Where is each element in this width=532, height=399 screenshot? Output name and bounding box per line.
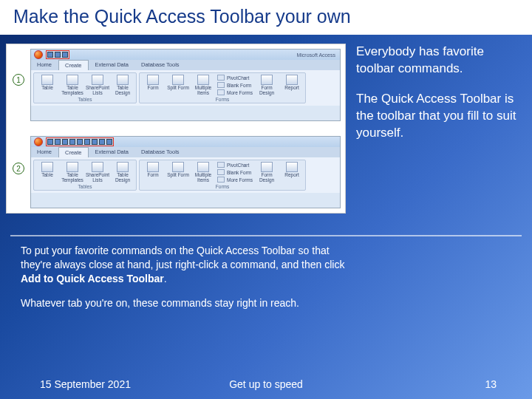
- formdesign-icon: [261, 162, 273, 172]
- qat-icon: [62, 139, 68, 145]
- ribbon-groups: Table Table Templates SharePoint Lists T…: [31, 157, 340, 193]
- qat-icon: [47, 139, 53, 145]
- app-title: Microsoft Access: [296, 52, 337, 58]
- formdesign-icon: [261, 75, 273, 85]
- qat-icon: [99, 139, 105, 145]
- qat-icon: [55, 52, 61, 58]
- callout-2: 2: [13, 163, 24, 174]
- cmd-label: Blank Form: [227, 170, 251, 175]
- cmd-table: Table: [36, 162, 58, 183]
- tab-home: Home: [31, 60, 58, 70]
- titlebar: Microsoft Access: [31, 50, 340, 60]
- tab-external: External Data: [89, 60, 134, 70]
- quick-access-toolbar-expanded: [47, 139, 112, 145]
- cmd-label: SharePoint Lists: [86, 86, 109, 95]
- tab-strip: Home Create External Data Database Tools: [31, 60, 340, 70]
- cmd-label: Table Design: [112, 173, 134, 183]
- cmd-label: Multiple Items: [192, 86, 214, 95]
- cmd-sharepoint: SharePoint Lists: [86, 162, 109, 183]
- cmd-label: PivotChart: [227, 75, 249, 81]
- side-text: Everybody has favorite toolbar commands.…: [356, 44, 517, 214]
- slide-title: Make the Quick Access Toolbar your own: [0, 0, 532, 35]
- footer-page-number: 13: [485, 378, 497, 390]
- table-icon: [41, 162, 53, 172]
- multi-icon: [197, 162, 209, 172]
- footer-date: 15 September 2021: [40, 378, 131, 390]
- quick-access-toolbar: [47, 52, 68, 58]
- blank-icon: [217, 169, 225, 175]
- group-name: Tables: [36, 97, 134, 102]
- split-icon: [172, 75, 184, 85]
- cmd-label: Table Templates: [61, 173, 83, 183]
- cmd-report: Report: [281, 162, 303, 183]
- cmd-table-design: Table Design: [112, 162, 134, 183]
- cmd-label: Form Design: [256, 173, 278, 183]
- split-icon: [172, 162, 184, 172]
- lower-paragraph-2: Whatever tab you're on, these commands s…: [21, 296, 361, 310]
- qat-icon: [47, 52, 53, 58]
- qat-icon: [55, 139, 61, 145]
- form-icon: [147, 162, 159, 172]
- forms-mini-col: PivotChart Blank Form More Forms: [217, 162, 253, 183]
- cmd-table: Table: [36, 75, 58, 95]
- text-span: To put your favorite commands on the Qui…: [21, 245, 344, 270]
- titlebar: [31, 137, 340, 147]
- group-name: Forms: [142, 97, 303, 102]
- bold-command: Add to Quick Access Toolbar: [21, 273, 164, 284]
- multi-icon: [197, 75, 209, 85]
- cmd-label: SharePoint Lists: [86, 173, 109, 183]
- group-forms: Form Split Form Multiple Items PivotChar…: [139, 72, 306, 103]
- cmd-multi: Multiple Items: [192, 75, 214, 95]
- tab-dbtools: Database Tools: [135, 60, 185, 70]
- group-name: Forms: [142, 184, 303, 189]
- cmd-multi: Multiple Items: [192, 162, 214, 183]
- access-screenshot: 1 Microsoft Access Home Create External …: [6, 44, 346, 214]
- qat-icon: [77, 139, 83, 145]
- cmd-label: Report: [284, 86, 299, 91]
- cmd-label: Form: [147, 86, 158, 91]
- pivot-icon: [217, 162, 225, 168]
- table-icon: [41, 75, 53, 85]
- cmd-label: Form Design: [256, 86, 278, 95]
- cmd-label: Form: [147, 173, 158, 178]
- sharepoint-icon: [92, 75, 103, 85]
- cmd-form: Form: [142, 75, 164, 95]
- divider-line: [10, 235, 522, 236]
- office-button-icon: [34, 137, 43, 146]
- cmd-label: Multiple Items: [192, 173, 214, 183]
- main-row: 1 Microsoft Access Home Create External …: [0, 35, 532, 214]
- cmd-sharepoint: SharePoint Lists: [86, 75, 109, 95]
- cmd-split: Split Form: [167, 75, 189, 95]
- form-icon: [147, 75, 159, 85]
- screenshot-column: 1 Microsoft Access Home Create External …: [6, 44, 346, 214]
- tab-create: Create: [58, 147, 89, 157]
- footer-title: Get up to speed: [229, 378, 303, 390]
- cmd-form: Form: [142, 162, 164, 183]
- cmd-label: Split Form: [167, 86, 189, 91]
- footer: 15 September 2021 Get up to speed 13: [0, 378, 532, 390]
- office-button-icon: [34, 50, 43, 59]
- more-icon: [217, 177, 225, 183]
- pivot-icon: [217, 75, 225, 81]
- cmd-report: Report: [281, 75, 303, 95]
- group-forms: Form Split Form Multiple Items PivotChar…: [139, 160, 306, 191]
- cmd-label: Table: [41, 86, 53, 91]
- group-name: Tables: [36, 184, 134, 189]
- group-tables: Table Table Templates SharePoint Lists T…: [33, 160, 137, 191]
- cmd-table-design: Table Design: [112, 75, 134, 95]
- cmd-label: PivotChart: [227, 163, 249, 168]
- blank-icon: [217, 82, 225, 88]
- cmd-form-design: Form Design: [256, 75, 278, 95]
- group-tables: Table Table Templates SharePoint Lists T…: [33, 72, 137, 103]
- cmd-split: Split Form: [167, 162, 189, 183]
- side-paragraph-2: The Quick Access Toolbar is the toolbar …: [356, 91, 517, 142]
- tab-dbtools: Database Tools: [135, 147, 185, 157]
- text-span: .: [164, 273, 167, 284]
- report-icon: [286, 75, 298, 85]
- more-icon: [217, 89, 225, 95]
- cmd-form-design: Form Design: [256, 162, 278, 183]
- ribbon-groups: Table Table Templates SharePoint Lists T…: [31, 70, 340, 106]
- cmd-label: Table Design: [112, 86, 134, 95]
- templates-icon: [66, 162, 78, 172]
- qat-icon: [84, 139, 90, 145]
